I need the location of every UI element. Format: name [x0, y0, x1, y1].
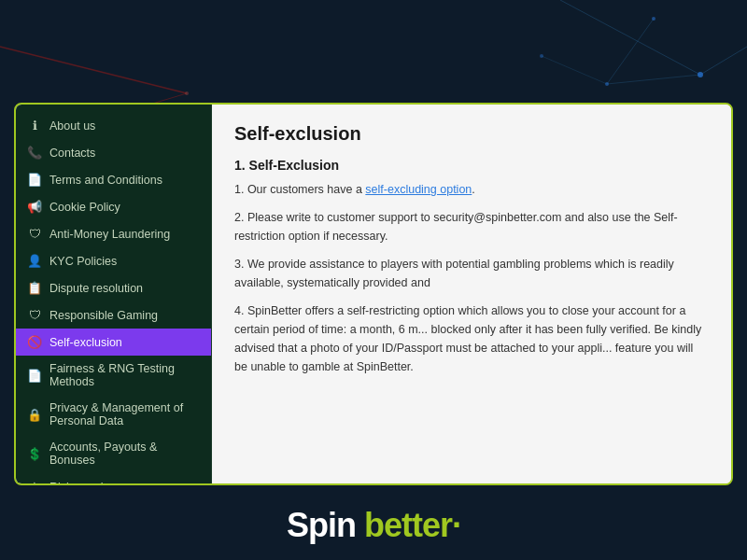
main-panel: ℹ About us 📞 Contacts 📄 Terms and Condit… [14, 103, 733, 485]
section-heading: 1. Self-Exclusion [234, 158, 709, 173]
logo: Spin better· [287, 506, 460, 545]
sidebar-icon-fairness: 📄 [27, 369, 42, 383]
sidebar-label-risk: Risk warning [49, 481, 117, 484]
sidebar-item-contacts[interactable]: 📞 Contacts [16, 139, 211, 166]
content-para-3: 3. We provide assistance to players with… [234, 255, 709, 292]
page-title: Self-exclusion [234, 123, 709, 145]
sidebar-icon-terms: 📄 [27, 173, 42, 187]
sidebar-item-fairness[interactable]: 📄 Fairness & RNG Testing Methods [16, 356, 211, 395]
sidebar-icon-risk: ⚠ [27, 480, 42, 483]
sidebar: ℹ About us 📞 Contacts 📄 Terms and Condit… [16, 105, 212, 483]
logo-dot: · [452, 506, 460, 544]
logo-bar: Spin better· [0, 490, 747, 560]
sidebar-label-responsible: Responsible Gaming [49, 309, 158, 322]
sidebar-icon-privacy: 🔒 [27, 408, 42, 422]
sidebar-label-kyc: KYC Policies [49, 255, 117, 268]
logo-spin-rest: pin [308, 506, 364, 544]
sidebar-item-cookie[interactable]: 📢 Cookie Policy [16, 193, 211, 220]
sidebar-label-accounts: Accounts, Payouts & Bonuses [49, 441, 200, 467]
svg-point-10 [605, 82, 609, 86]
sidebar-item-self-exclusion[interactable]: 🚫 Self-exclusion [16, 329, 211, 356]
svg-point-11 [540, 54, 543, 58]
svg-point-9 [652, 17, 655, 21]
sidebar-icon-self-exclusion: 🚫 [27, 335, 42, 349]
logo-better: better [364, 506, 452, 544]
svg-point-12 [185, 91, 189, 95]
sidebar-label-cookie: Cookie Policy [49, 201, 120, 214]
content-para-2: 2. Please write to customer support to s… [234, 208, 709, 245]
sidebar-item-kyc[interactable]: 👤 KYC Policies [16, 247, 211, 274]
sidebar-icon-accounts: 💲 [27, 447, 42, 461]
logo-spin: S [287, 506, 308, 544]
sidebar-label-contacts: Contacts [49, 147, 95, 160]
sidebar-item-about-us[interactable]: ℹ About us [16, 112, 211, 139]
sidebar-icon-cookie: 📢 [27, 200, 42, 214]
sidebar-label-aml: Anti-Money Laundering [49, 228, 170, 241]
content-para-1: 1. Our customers have a self-excluding o… [234, 180, 709, 199]
sidebar-label-fairness: Fairness & RNG Testing Methods [49, 362, 200, 388]
sidebar-item-privacy[interactable]: 🔒 Privacy & Management of Personal Data [16, 395, 211, 434]
sidebar-label-terms: Terms and Conditions [49, 174, 162, 187]
sidebar-icon-dispute: 📋 [27, 281, 42, 295]
content-para-4: 4. SpinBetter offers a self-restricting … [234, 301, 709, 376]
sidebar-icon-kyc: 👤 [27, 254, 42, 268]
sidebar-icon-responsible: 🛡 [27, 308, 42, 322]
sidebar-item-dispute[interactable]: 📋 Dispute resolution [16, 274, 211, 301]
content-area: Self-exclusion 1. Self-Exclusion 1. Our … [212, 105, 731, 483]
sidebar-icon-contacts: 📞 [27, 146, 42, 160]
sidebar-label-privacy: Privacy & Management of Personal Data [49, 401, 200, 427]
sidebar-label-self-exclusion: Self-exclusion [49, 336, 122, 349]
svg-point-8 [698, 72, 703, 77]
sidebar-item-risk[interactable]: ⚠ Risk warning [16, 473, 211, 483]
sidebar-item-responsible[interactable]: 🛡 Responsible Gaming [16, 301, 211, 329]
sidebar-item-terms[interactable]: 📄 Terms and Conditions [16, 166, 211, 193]
self-excluding-link[interactable]: self-excluding option [365, 183, 472, 196]
sidebar-label-about-us: About us [49, 119, 95, 133]
sidebar-item-accounts[interactable]: 💲 Accounts, Payouts & Bonuses [16, 434, 211, 473]
sidebar-item-aml[interactable]: 🛡 Anti-Money Laundering [16, 220, 211, 247]
sidebar-icon-about-us: ℹ [27, 119, 42, 133]
sidebar-label-dispute: Dispute resolution [49, 282, 143, 295]
sidebar-icon-aml: 🛡 [27, 227, 42, 241]
